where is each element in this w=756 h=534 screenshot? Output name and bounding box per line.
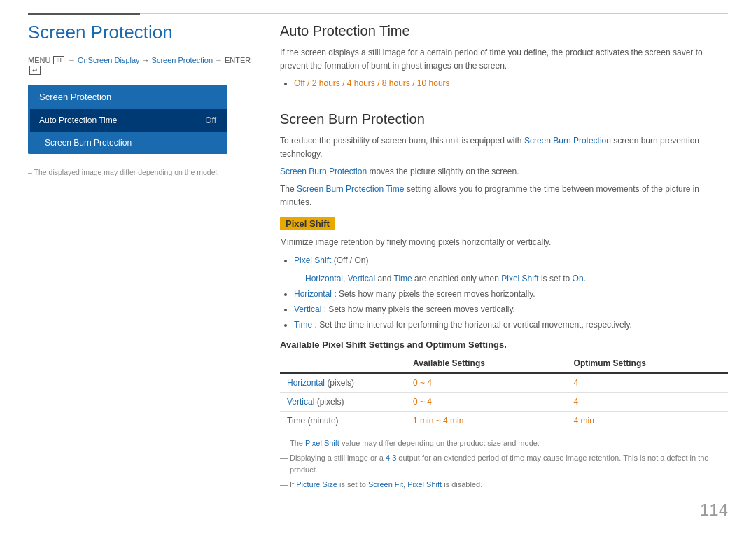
page-number: 114	[700, 500, 728, 520]
screen-burn-time-link[interactable]: Screen Burn Protection Time	[297, 184, 404, 194]
row-label-vertical: Vertical (pixels)	[280, 393, 406, 412]
col-header-optimum: Optimum Settings	[567, 354, 728, 373]
table-row-horizontal: Horizontal (pixels) 0 ~ 4 4	[280, 373, 728, 393]
time-label: Time	[294, 320, 312, 330]
screen-burn-desc1: To reduce the possibility of screen burn…	[280, 134, 728, 161]
footnote-3-text: is disabled.	[444, 480, 482, 489]
time-bullet: Time : Set the time interval for perform…	[294, 318, 728, 333]
footnote-3: If Picture Size is set to Screen Fit, Pi…	[280, 479, 728, 491]
vertical-bullet: Vertical : Sets how many pixels the scre…	[294, 302, 728, 318]
footnote-1-text: value may differ depending on the produc…	[342, 439, 540, 447]
nav-item-label: Auto Protection Time	[39, 115, 117, 125]
menu-path: MENU III → OnScreen Display → Screen Pro…	[28, 56, 252, 75]
horizontal-bullet: Horizontal : Sets how many pixels the sc…	[294, 287, 728, 302]
table-row-vertical: Vertical (pixels) 0 ~ 4 4	[280, 393, 728, 412]
vertical-available: 0 ~ 4	[406, 393, 567, 412]
auto-protection-desc: If the screen displays a still image for…	[280, 46, 728, 73]
on-ref: On	[573, 274, 584, 283]
horizontal-row-link: Horizontal	[287, 378, 325, 388]
pixel-shift-footnote-link: Pixel Shift	[305, 439, 340, 447]
table-section-title: Available Pixel Shift Settings and Optim…	[280, 339, 728, 350]
pixel-shift-bullet-1: Pixel Shift (Off / On)	[294, 253, 728, 269]
time-row-suffix: (minute)	[308, 416, 339, 426]
settings-table: Available Settings Optimum Settings Hori…	[280, 354, 728, 430]
screen-burn-link1[interactable]: Screen Burn Protection	[524, 136, 611, 146]
arrow1: →	[68, 56, 76, 64]
screen-protection-link[interactable]: Screen Protection	[152, 56, 213, 64]
nav-item-auto-protection[interactable]: Auto Protection Time Off	[28, 109, 227, 132]
footnote-2-text: output for an extended period of time ma…	[290, 454, 708, 475]
menu-icon: III	[53, 56, 64, 64]
enter-label: ENTER	[225, 56, 251, 64]
vertical-row-link: Vertical	[287, 397, 314, 407]
left-column: Screen Protection MENU III → OnScreen Di…	[28, 22, 252, 493]
pixel-shift-sub: Horizontal, Vertical and Time are enable…	[305, 272, 728, 286]
time-link: Time	[394, 274, 412, 283]
pixel-shift-heading: Pixel Shift	[280, 217, 335, 230]
vertical-optimum: 4	[567, 393, 728, 412]
pixel-shift-bullets: Pixel Shift (Off / On)	[294, 253, 728, 269]
menu-label: MENU	[28, 56, 50, 64]
col-header-available: Available Settings	[406, 354, 567, 373]
pixel-shift-more-bullets: Horizontal : Sets how many pixels the sc…	[294, 287, 728, 332]
top-line	[0, 13, 756, 15]
vertical-link: Vertical	[348, 274, 375, 283]
footnote: – The displayed image may differ dependi…	[28, 168, 252, 176]
arrow3: →	[215, 56, 223, 64]
horizontal-row-suffix: (pixels)	[327, 378, 354, 388]
nav-item-value: Off	[205, 115, 216, 125]
pixel-shift-footnote3-link: Pixel Shift	[407, 480, 442, 489]
horizontal-optimum: 4	[567, 373, 728, 393]
vertical-desc: : Sets how many pixels the screen moves …	[324, 304, 515, 314]
table-header-row: Available Settings Optimum Settings	[280, 354, 728, 373]
screen-burn-desc2: Screen Burn Protection moves the picture…	[280, 165, 728, 178]
picture-size-link: Picture Size	[296, 480, 337, 489]
screen-burn-desc3: The Screen Burn Protection Time setting …	[280, 183, 728, 209]
nav-item-screen-burn[interactable]: Screen Burn Protection	[28, 132, 227, 154]
page-layout: Screen Protection MENU III → OnScreen Di…	[0, 22, 756, 493]
screen-burn-title: Screen Burn Protection	[280, 111, 728, 127]
arrow2: →	[142, 56, 150, 64]
footnote-2: Displaying a still image or a 4:3 output…	[280, 452, 728, 477]
pixel-shift-section: Pixel Shift Minimize image retention by …	[280, 217, 728, 333]
enter-icon: ↵	[29, 66, 41, 75]
options-link: Off / 2 hours / 4 hours / 8 hours / 10 h…	[294, 78, 450, 88]
vertical-label: Vertical	[294, 304, 321, 314]
horizontal-link: Horizontal	[305, 274, 343, 283]
auto-protection-options: Off / 2 hours / 4 hours / 8 hours / 10 h…	[294, 77, 728, 90]
pixel-shift-link[interactable]: Pixel Shift	[294, 255, 331, 265]
pixel-shift-suffix: (Off / On)	[334, 255, 369, 265]
nav-panel-header: Screen Protection	[28, 85, 227, 109]
time-row-link: Time	[287, 416, 305, 426]
horizontal-available: 0 ~ 4	[406, 373, 567, 393]
onscreen-display-link[interactable]: OnScreen Display	[78, 56, 140, 64]
page-title: Screen Protection	[28, 22, 252, 43]
vertical-row-suffix: (pixels)	[317, 397, 344, 407]
time-optimum: 4 min	[567, 412, 728, 430]
nav-panel: Screen Protection Auto Protection Time O…	[28, 85, 227, 154]
pixel-shift-ref: Pixel Shift	[501, 274, 538, 283]
top-line-rule	[140, 13, 728, 14]
footnote-1: The Pixel Shift value may differ dependi…	[280, 437, 728, 450]
nav-item-label: Screen Burn Protection	[45, 138, 132, 148]
table-footnotes: The Pixel Shift value may differ dependi…	[280, 437, 728, 491]
row-label-horizontal: Horizontal (pixels)	[280, 373, 406, 393]
horizontal-desc: : Sets how many pixels the screen moves …	[334, 289, 535, 299]
desc1-prefix: To reduce the possibility of screen burn…	[280, 136, 522, 146]
row-label-time: Time (minute)	[280, 412, 406, 430]
time-available: 1 min ~ 4 min	[406, 412, 567, 430]
horizontal-label: Horizontal	[294, 289, 332, 299]
section-divider-1	[280, 101, 728, 101]
right-column: Auto Protection Time If the screen displ…	[280, 22, 728, 493]
top-line-accent	[28, 13, 140, 15]
ratio-link: 4:3	[386, 454, 396, 462]
auto-protection-title: Auto Protection Time	[280, 23, 728, 39]
desc2-suffix: moves the picture slightly on the screen…	[369, 167, 519, 176]
pixel-shift-sub-bullet: Horizontal, Vertical and Time are enable…	[305, 272, 728, 286]
time-desc: : Set the time interval for performing t…	[315, 320, 632, 330]
screen-burn-link2[interactable]: Screen Burn Protection	[280, 167, 367, 176]
table-row-time: Time (minute) 1 min ~ 4 min 4 min	[280, 412, 728, 430]
col-header-label	[280, 354, 406, 373]
desc3-prefix: The	[280, 184, 295, 194]
screen-fit-link: Screen Fit	[368, 480, 403, 489]
